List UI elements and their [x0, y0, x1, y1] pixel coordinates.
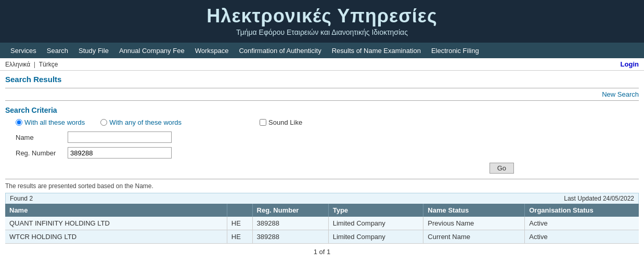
sound-like-option: Sound Like — [260, 118, 302, 126]
cell-name-status: Current Name — [423, 230, 525, 244]
radio-any-words-label[interactable]: With any of these words — [109, 118, 182, 126]
radio-any-words: With any of these words — [100, 118, 182, 126]
results-note: The results are presented sorted based o… — [5, 179, 639, 190]
new-search-bar: New Search — [5, 88, 639, 101]
cell-he: HE — [227, 230, 252, 244]
cell-reg-number: 389288 — [252, 217, 328, 230]
col-name: Name — [5, 204, 227, 217]
go-button[interactable]: Go — [490, 163, 514, 174]
search-criteria-title: Search Criteria — [5, 106, 639, 114]
results-meta: Found 2 Last Updated 24/05/2022 — [5, 193, 639, 204]
cell-reg-number: 389288 — [252, 230, 328, 244]
cell-name-status: Previous Name — [423, 217, 525, 230]
cell-name: WTCR HOLDING LTD — [5, 230, 227, 244]
table-body: QUANT INFINITY HOLDING LTD HE 389288 Lim… — [5, 217, 639, 244]
nav-study-file[interactable]: Study File — [73, 44, 114, 58]
main-content: Search Results New Search Search Criteri… — [0, 71, 644, 264]
site-subtitle: Τμήμα Εφόρου Εταιρειών και Διανοητικής Ι… — [0, 28, 644, 36]
col-type: Type — [328, 204, 423, 217]
radio-all-words-label[interactable]: With all these words — [24, 118, 85, 126]
pagination: 1 of 1 — [5, 244, 639, 260]
main-navbar: Services Search Study File Annual Compan… — [0, 43, 644, 58]
cell-type: Limited Company — [328, 230, 423, 244]
language-links: Ελληνικά | Türkçe — [5, 60, 58, 68]
found-count: Found 2 — [10, 195, 33, 202]
sound-like-label[interactable]: Sound Like — [268, 118, 302, 126]
lang-separator: | — [34, 60, 35, 68]
reg-number-field-row: Reg. Number — [5, 147, 639, 159]
nav-authenticity[interactable]: Confirmation of Authenticity — [234, 44, 326, 58]
nav-workspace[interactable]: Workspace — [190, 44, 234, 58]
last-updated: Last Updated 24/05/2022 — [564, 195, 634, 202]
table-header: Name Reg. Number Type Name Status Organi… — [5, 204, 639, 217]
lang-turkish[interactable]: Türkçe — [39, 61, 58, 68]
page-header: Ηλεκτρονικές Υπηρεσίες Τμήμα Εφόρου Εται… — [0, 0, 644, 43]
cell-org-status: Active — [525, 217, 639, 230]
table-row: WTCR HOLDING LTD HE 389288 Limited Compa… — [5, 230, 639, 244]
go-button-row: Go — [5, 163, 639, 174]
results-table: Name Reg. Number Type Name Status Organi… — [5, 204, 639, 244]
reg-number-input[interactable] — [68, 147, 172, 159]
cell-org-status: Active — [525, 230, 639, 244]
nav-search[interactable]: Search — [42, 44, 73, 58]
radio-all-words: With all these words — [16, 118, 85, 126]
name-field-row: Name — [5, 131, 639, 143]
search-criteria-section: Search Criteria With all these words Wit… — [5, 106, 639, 174]
cell-he: HE — [227, 217, 252, 230]
reg-number-label: Reg. Number — [16, 149, 68, 157]
nav-electronic-filing[interactable]: Electronic Filing — [426, 44, 484, 58]
nav-annual-fee[interactable]: Annual Company Fee — [114, 44, 190, 58]
site-title: Ηλεκτρονικές Υπηρεσίες — [0, 5, 644, 27]
col-org-status: Organisation Status — [525, 204, 639, 217]
cell-type: Limited Company — [328, 217, 423, 230]
page-title: Search Results — [5, 75, 639, 84]
lang-greek[interactable]: Ελληνικά — [5, 61, 30, 68]
top-strip: Ελληνικά | Türkçe Login — [0, 58, 644, 71]
new-search-link[interactable]: New Search — [602, 90, 639, 98]
cell-name: QUANT INFINITY HOLDING LTD — [5, 217, 227, 230]
col-reg-number: Reg. Number — [252, 204, 328, 217]
col-he — [227, 204, 252, 217]
search-radio-row: With all these words With any of these w… — [5, 118, 639, 126]
login-link[interactable]: Login — [621, 60, 639, 68]
radio-any-words-input[interactable] — [100, 119, 107, 126]
radio-all-words-input[interactable] — [16, 119, 22, 126]
nav-services[interactable]: Services — [5, 44, 42, 58]
nav-name-examination[interactable]: Results of Name Examination — [327, 44, 426, 58]
name-input[interactable] — [68, 131, 172, 143]
table-row: QUANT INFINITY HOLDING LTD HE 389288 Lim… — [5, 217, 639, 230]
col-name-status: Name Status — [423, 204, 525, 217]
name-label: Name — [16, 134, 68, 141]
sound-like-checkbox[interactable] — [260, 119, 266, 126]
